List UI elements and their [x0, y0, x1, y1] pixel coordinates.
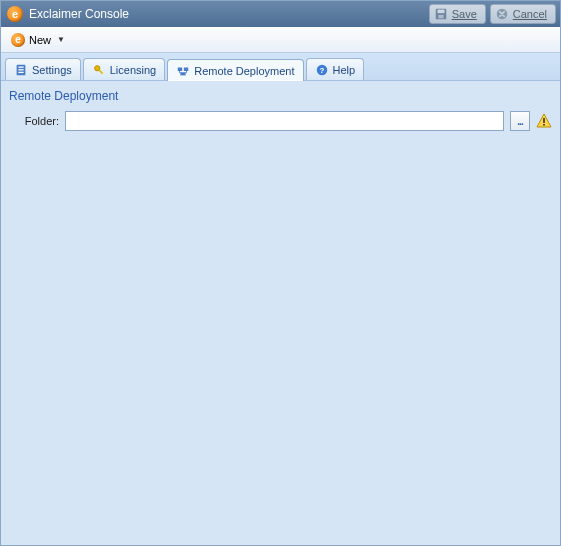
cancel-icon: [495, 7, 509, 21]
svg-rect-17: [543, 124, 545, 126]
app-window: e Exclaimer Console Save Cancel e New ▼ …: [0, 0, 561, 546]
tab-help-label: Help: [333, 64, 356, 76]
tab-remote-deployment[interactable]: Remote Deployment: [167, 59, 303, 81]
svg-rect-16: [543, 118, 545, 123]
svg-rect-10: [178, 67, 182, 71]
svg-rect-9: [98, 69, 103, 74]
new-icon: e: [11, 33, 25, 47]
tab-settings-label: Settings: [32, 64, 72, 76]
tab-licensing[interactable]: Licensing: [83, 58, 165, 80]
folder-label: Folder:: [9, 115, 59, 127]
svg-rect-7: [18, 71, 23, 72]
svg-rect-1: [437, 10, 444, 14]
svg-rect-5: [18, 66, 23, 67]
svg-rect-11: [184, 67, 188, 71]
warning-icon: [536, 113, 552, 129]
save-button[interactable]: Save: [429, 4, 486, 24]
save-icon: [434, 7, 448, 21]
cancel-button[interactable]: Cancel: [490, 4, 556, 24]
tab-remote-deployment-label: Remote Deployment: [194, 65, 294, 77]
folder-input[interactable]: [65, 111, 504, 131]
toolbar: e New ▼: [1, 27, 560, 53]
browse-button[interactable]: ...: [510, 111, 530, 131]
svg-rect-2: [438, 15, 443, 19]
new-button-label: New: [29, 34, 51, 46]
deployment-icon: [176, 64, 190, 78]
dropdown-arrow-icon: ▼: [57, 35, 65, 44]
svg-rect-6: [18, 69, 23, 70]
tab-settings[interactable]: Settings: [5, 58, 81, 80]
tab-licensing-label: Licensing: [110, 64, 156, 76]
new-button[interactable]: e New ▼: [5, 31, 71, 49]
cancel-button-label: Cancel: [513, 8, 547, 20]
content-area: Remote Deployment Folder: ...: [1, 81, 560, 545]
key-icon: [92, 63, 106, 77]
section-title: Remote Deployment: [1, 81, 560, 109]
tabbar: Settings Licensing Remote Deployment ? H…: [1, 53, 560, 81]
help-icon: ?: [315, 63, 329, 77]
save-button-label: Save: [452, 8, 477, 20]
app-logo-icon: e: [7, 6, 23, 22]
tab-help[interactable]: ? Help: [306, 58, 365, 80]
titlebar: e Exclaimer Console Save Cancel: [1, 1, 560, 27]
svg-text:?: ?: [319, 65, 324, 74]
app-title: Exclaimer Console: [29, 7, 129, 21]
settings-icon: [14, 63, 28, 77]
folder-row: Folder: ...: [1, 109, 560, 133]
